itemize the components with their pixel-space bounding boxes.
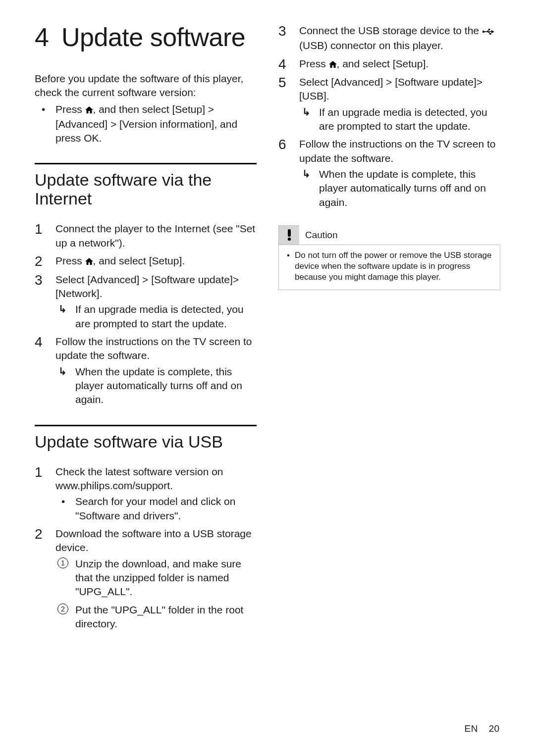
usb-step-5-result: If an upgrade media is detected, you are…	[299, 105, 500, 134]
internet-steps: Connect the player to the Internet (see …	[35, 222, 257, 406]
usb-step-2: Download the software into a USB storage…	[35, 527, 257, 631]
usb-steps-right: Connect the USB storage device to the (U…	[278, 24, 500, 209]
left-column: 4Update software Before you update the s…	[35, 24, 257, 635]
svg-rect-2	[488, 29, 490, 30]
usb-step-6: Follow the instructions on the TV screen…	[278, 137, 500, 209]
internet-step-3: Select [Advanced] > [Software update]> […	[35, 273, 257, 331]
usb-step-1-sub: Search for your model and click on "Soft…	[55, 495, 257, 523]
usb-step-6-result: When the update is complete, this player…	[299, 167, 500, 209]
chapter-title: 4Update software	[35, 24, 257, 51]
intro-bullet-list: Press , and then select [Setup] > [Advan…	[35, 102, 257, 145]
caution-header: Caution	[278, 225, 500, 245]
svg-rect-4	[288, 229, 291, 237]
chapter-number: 4	[35, 24, 61, 51]
footer-page-number: 20	[489, 723, 499, 734]
internet-step-1: Connect the player to the Internet (see …	[35, 222, 257, 250]
usb-step-3: Connect the USB storage device to the (U…	[278, 24, 500, 53]
caution-text: Do not turn off the power or remove the …	[286, 250, 493, 283]
usb-step-4: Press , and select [Setup].	[278, 57, 500, 71]
usb-icon	[482, 25, 496, 39]
page-footer: EN20	[464, 723, 499, 734]
internet-step-3-result: If an upgrade media is detected, you are…	[55, 302, 257, 331]
svg-point-3	[489, 33, 491, 35]
usb-steps-left: Check the latest software version on www…	[35, 465, 257, 631]
usb-step-5-sub: If an upgrade media is detected, you are…	[299, 105, 500, 134]
caution-title: Caution	[299, 225, 500, 245]
section-internet-title: Update software via the Internet	[35, 170, 257, 208]
usb-step-1-detail: Search for your model and click on "Soft…	[55, 495, 257, 523]
intro-bullet: Press , and then select [Setup] > [Advan…	[35, 102, 257, 145]
internet-step-2: Press , and select [Setup].	[35, 254, 257, 268]
internet-step-4-result: When the update is complete, this player…	[55, 365, 257, 407]
usb-step-2-substeps: Unzip the download, and make sure that t…	[55, 557, 257, 631]
home-icon	[85, 103, 93, 117]
usb-step-2a: Unzip the download, and make sure that t…	[55, 557, 257, 599]
caution-body: Do not turn off the power or remove the …	[278, 245, 500, 290]
usb-step-5: Select [Advanced] > [Software update]> […	[278, 75, 500, 133]
svg-point-5	[287, 238, 290, 241]
section-divider	[35, 163, 257, 164]
home-icon	[85, 254, 93, 268]
internet-step-3-sub: If an upgrade media is detected, you are…	[55, 302, 257, 331]
caution-icon	[278, 225, 299, 245]
chapter-title-text: Update software	[61, 23, 245, 51]
usb-step-6-sub: When the update is complete, this player…	[299, 167, 500, 209]
section-usb-title: Update software via USB	[35, 432, 257, 451]
caution-box: Caution Do not turn off the power or rem…	[278, 225, 500, 290]
internet-step-4-sub: When the update is complete, this player…	[55, 365, 257, 407]
internet-step-4: Follow the instructions on the TV screen…	[35, 335, 257, 407]
usb-step-1: Check the latest software version on www…	[35, 465, 257, 523]
right-column: Connect the USB storage device to the (U…	[278, 24, 500, 635]
home-icon	[329, 57, 337, 71]
intro-text: Before you update the software of this p…	[35, 72, 257, 100]
usb-step-2b: Put the "UPG_ALL" folder in the root dir…	[55, 603, 257, 631]
section-divider	[35, 425, 257, 426]
footer-language: EN	[464, 723, 478, 734]
